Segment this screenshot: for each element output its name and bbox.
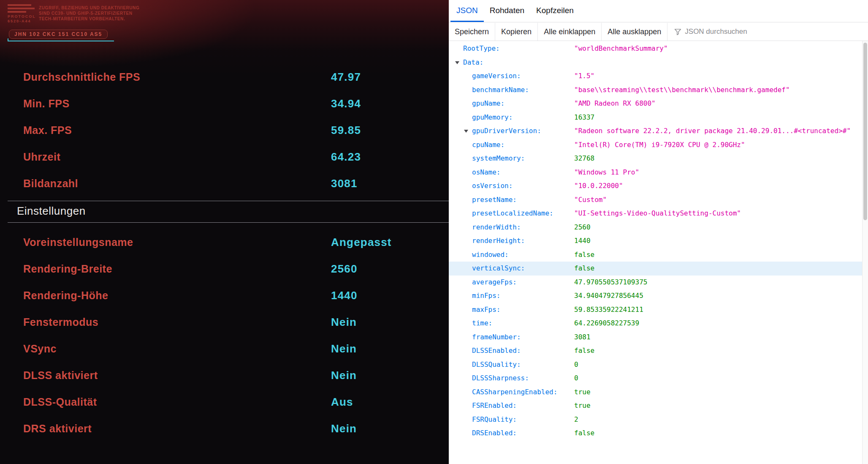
json-value: 0 [574,371,578,385]
json-value: 34.94047927856445 [574,289,643,303]
json-value: 64.2269058227539 [574,317,639,330]
result-row: FenstermodusNein [0,308,449,335]
result-row: Rendering-Höhe1440 [0,282,449,308]
json-value: 2 [574,413,578,427]
stats-list: Durchschnittliche FPS47.97Min. FPS34.94M… [0,63,449,197]
json-row-gpuMemory[interactable]: gpuMemory:16337 [449,111,862,125]
json-row-minFps[interactable]: minFps:34.94047927856445 [449,289,862,303]
json-row-averageFps[interactable]: averageFps:47.970550537109375 [449,276,862,289]
json-value: "Intel(R) Core(TM) i9-7920X CPU @ 2.90GH… [574,138,745,152]
json-row-osVersion[interactable]: osVersion:"10.0.22000" [449,179,862,193]
result-value: Nein [331,422,357,435]
protocol-logo-text: PROTOCOL 6520-A44 [8,14,36,24]
result-value: 47.97 [331,70,361,83]
json-value: 3081 [574,330,591,344]
json-value: "AMD Radeon RX 6800" [574,97,656,111]
json-row-presetLocalizedName[interactable]: presetLocalizedName:"UI-Settings-Video-Q… [449,207,862,221]
json-row-verticalSync[interactable]: verticalSync:false [449,262,862,276]
json-key: renderWidth: [472,221,521,235]
json-key: gpuMemory: [472,111,513,125]
save-button[interactable]: Speichern [449,23,495,41]
json-key: DLSSSharpness: [472,371,529,385]
json-viewer-panel: JSON Rohdaten Kopfzeilen Speichern Kopie… [449,0,868,464]
json-search [674,23,811,41]
json-key: gameVersion: [472,69,521,83]
logo-bar [8,8,35,9]
result-value: 3081 [331,177,358,190]
expand-all-button[interactable]: Alle ausklappen [602,23,667,41]
json-key: presetLocalizedName: [472,207,553,221]
vertical-scrollbar[interactable] [862,41,868,464]
json-value: 47.970550537109375 [574,276,647,289]
json-row-systemMemory[interactable]: systemMemory:32768 [449,152,862,166]
json-key: osName: [472,166,500,180]
json-row-FSREnabled[interactable]: FSREnabled:true [449,399,862,413]
result-value: 64.23 [331,150,361,163]
json-row-CASSharpeningEnabled[interactable]: CASSharpeningEnabled:true [449,385,862,399]
tab-rohdaten[interactable]: Rohdaten [484,0,530,22]
json-row-Data[interactable]: Data: [449,56,862,70]
result-row: VSyncNein [0,335,449,362]
json-value: false [574,262,594,276]
json-row-benchmarkName[interactable]: benchmarkName:"base\\streaming\\test\\be… [449,83,862,97]
json-row-gpuName[interactable]: gpuName:"AMD Radeon RX 6800" [449,97,862,111]
json-row-time[interactable]: time:64.2269058227539 [449,317,862,330]
json-key: gpuName: [472,97,505,111]
expand-collapse-arrow-icon[interactable] [464,130,468,133]
accent-underline [8,41,114,41]
json-row-presetName[interactable]: presetName:"Custom" [449,193,862,207]
json-key: DLSSEnabled: [472,344,521,358]
expand-collapse-arrow-icon[interactable] [455,61,459,64]
json-row-osName[interactable]: osName:"Windows 11 Pro" [449,166,862,180]
protocol-logo: PROTOCOL 6520-A44 [8,4,36,24]
scrollbar-thumb[interactable] [863,43,867,220]
json-row-cpuName[interactable]: cpuName:"Intel(R) Core(TM) i9-7920X CPU … [449,138,862,152]
json-key: FSRQuality: [472,413,517,427]
tab-kopfzeilen[interactable]: Kopfzeilen [530,0,580,22]
result-label: Rendering-Höhe [23,289,108,301]
result-label: Durchschnittliche FPS [23,71,140,83]
filter-funnel-icon [674,28,681,35]
result-label: Fenstermodus [23,316,98,328]
json-row-DLSSEnabled[interactable]: DLSSEnabled:false [449,344,862,358]
serial-badge: JHN 102 CKC 151 CC10 AS5 [9,30,108,39]
json-row-windowed[interactable]: windowed:false [449,248,862,262]
json-row-RootType[interactable]: RootType:"worldBenchmarkSummary" [449,42,862,56]
result-row: Uhrzeit64.23 [0,143,449,170]
json-key: Data: [463,56,483,70]
json-row-renderWidth[interactable]: renderWidth:2560 [449,221,862,235]
json-value: "UI-Settings-Video-QualitySetting-Custom… [574,207,741,221]
collapse-all-button[interactable]: Alle einklappen [538,23,602,41]
copy-button[interactable]: Kopieren [495,23,538,41]
json-key: renderHeight: [472,234,525,248]
result-row: DRS aktiviertNein [0,415,449,442]
json-row-FSRQuality[interactable]: FSRQuality:2 [449,413,862,427]
json-row-renderHeight[interactable]: renderHeight:1440 [449,234,862,248]
json-value: "1.5" [574,69,594,83]
json-row-DLSSSharpness[interactable]: DLSSSharpness:0 [449,371,862,385]
result-label: Max. FPS [23,124,72,136]
json-value: "10.0.22000" [574,179,623,193]
json-row-DLSSQuality[interactable]: DLSSQuality:0 [449,358,862,372]
json-key: cpuName: [472,138,505,152]
result-value: Angepasst [331,235,392,248]
result-value: 59.85 [331,123,361,136]
json-row-gpuDriverVersion[interactable]: gpuDriverVersion:"Radeon software 22.2.2… [449,124,862,138]
json-row-maxFps[interactable]: maxFps:59.85335922241211 [449,303,862,317]
json-row-DRSEnabled[interactable]: DRSEnabled:false [449,426,862,440]
search-input[interactable] [685,27,811,36]
disclaimer-line: SIND CC39- UND GHIP-5-ZERTIFIZIERTEN [39,11,139,16]
json-key: gpuDriverVersion: [472,124,541,138]
json-key: windowed: [472,248,509,262]
disclaimer-text: ZUGRIFF, BEZIEHUNG UND DEAKTIVIERUNG SIN… [39,5,139,22]
result-label: Voreinstellungsname [23,236,133,248]
tab-json[interactable]: JSON [450,0,484,22]
result-label: DLSS-Qualität [23,396,97,408]
protocol-logo-line2: 6520-A44 [8,19,36,24]
json-key: verticalSync: [472,262,525,276]
json-value: 16337 [574,111,594,125]
json-row-frameNumber[interactable]: frameNumber:3081 [449,330,862,344]
json-key: systemMemory: [472,152,525,166]
json-value: 0 [574,358,578,372]
json-row-gameVersion[interactable]: gameVersion:"1.5" [449,69,862,83]
